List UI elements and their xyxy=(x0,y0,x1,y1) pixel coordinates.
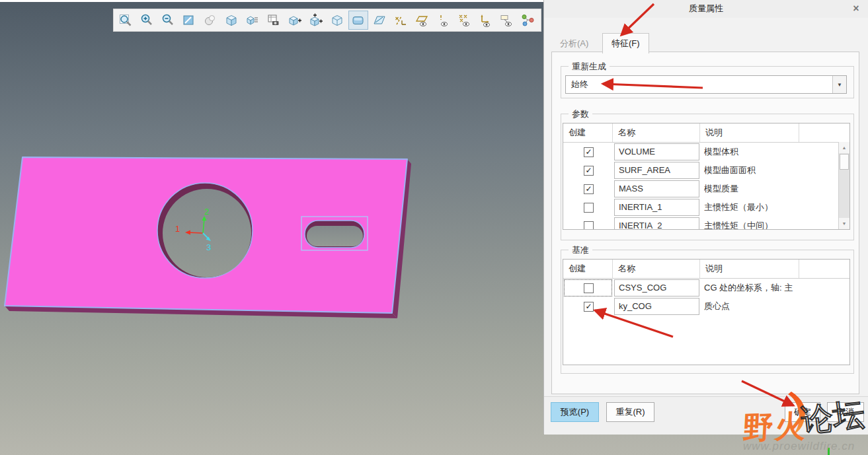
parameters-group-label: 参数 xyxy=(569,108,592,120)
axis-label-2: 2 xyxy=(204,207,209,217)
scrollbar-thumb[interactable] xyxy=(840,154,849,170)
table-row: ky_COG 质心点 xyxy=(563,297,849,316)
orient-add-icon[interactable] xyxy=(285,11,305,30)
checkbox-surf-area[interactable] xyxy=(584,166,594,176)
ok-button[interactable]: 确定 xyxy=(785,402,820,422)
slot-hole-interior xyxy=(307,226,363,246)
checkbox-inertia-1[interactable] xyxy=(584,203,594,213)
vertical-scrollbar[interactable]: ▲ ▼ xyxy=(838,142,849,229)
tab-analysis[interactable]: 分析(A) xyxy=(551,35,597,52)
dialog-button-bar: 预览(P) 重复(R) 确定 取消 xyxy=(544,396,868,435)
table-row: MASS 模型质量 xyxy=(563,180,849,198)
table-row: VOLUME 模型体积 xyxy=(563,143,849,161)
wireframe-icon[interactable] xyxy=(327,11,347,30)
datums-table: 创建 名称 说明 CSYS_COG CG 处的坐标系，轴: 主 xyxy=(563,259,850,365)
datums-group-label: 基准 xyxy=(569,244,592,256)
regenerate-group-label: 重新生成 xyxy=(569,61,610,73)
axis-display-icon[interactable] xyxy=(433,11,453,30)
zoom-in-icon[interactable] xyxy=(137,11,157,30)
checkbox-mass[interactable] xyxy=(584,184,594,194)
regenerate-combobox-value: 始终 xyxy=(566,76,832,93)
green-tick-mark xyxy=(828,448,830,455)
datums-table-body: CSYS_COG CG 处的坐标系，轴: 主 ky_COG 质心点 xyxy=(563,279,849,316)
param-desc-cell: 模型质量 xyxy=(704,180,836,198)
plane-display-icon[interactable] xyxy=(412,11,432,30)
parameters-table-header: 创建 名称 说明 xyxy=(563,123,849,143)
column-header-name: 名称 xyxy=(613,260,700,278)
parameters-group: 参数 创建 名称 说明 VOLUME 模型体积 xyxy=(561,114,854,240)
column-header-desc: 说明 xyxy=(700,123,799,142)
param-desc-cell: 主惯性矩（最小） xyxy=(704,198,836,217)
param-name-cell[interactable]: INERTIA_2 xyxy=(614,217,699,230)
datum-desc-cell: 质心点 xyxy=(704,297,848,316)
point-display-icon[interactable] xyxy=(454,11,474,30)
parameters-table: 创建 名称 说明 VOLUME 模型体积 SURF_AREA xyxy=(563,123,850,230)
feature-tab-panel: 重新生成 始终 ▼ 参数 创建 名称 说明 xyxy=(551,52,859,394)
annotation-display-icon[interactable] xyxy=(496,11,516,30)
saved-views-icon[interactable] xyxy=(264,11,284,30)
view-manager-icon[interactable] xyxy=(243,11,262,30)
table-row: INERTIA_1 主惯性矩（最小） xyxy=(563,198,849,217)
dialog-title: 质量属性 xyxy=(544,0,868,18)
table-row: SURF_AREA 模型曲面面积 xyxy=(563,161,849,180)
spin-center-icon[interactable] xyxy=(518,11,537,30)
mass-properties-dialog: 质量属性 × 分析(A) 特征(F) 重新生成 始终 ▼ 参数 创建 名称 xyxy=(543,0,868,434)
regenerate-group: 重新生成 始终 ▼ xyxy=(561,66,854,98)
param-name-cell[interactable]: INERTIA_1 xyxy=(614,199,699,216)
close-icon[interactable]: × xyxy=(849,2,863,15)
param-desc-cell: 模型体积 xyxy=(704,143,836,161)
zoom-out-icon[interactable] xyxy=(158,11,178,30)
orient-more-icon[interactable] xyxy=(306,11,326,30)
axis-label-3: 3 xyxy=(206,242,211,252)
checkbox-ky-cog[interactable] xyxy=(584,302,594,312)
table-row: INERTIA_2 主惯性矩（中间） xyxy=(563,217,849,230)
zoom-window-icon[interactable] xyxy=(116,11,136,30)
param-name-cell[interactable]: VOLUME xyxy=(614,143,699,160)
column-header-create: 创建 xyxy=(563,123,613,142)
checkbox-inertia-2[interactable] xyxy=(584,221,594,230)
repaint-icon[interactable] xyxy=(179,11,199,30)
preview-button[interactable]: 预览(P) xyxy=(551,402,599,422)
app-window: 1 2 3 质量属性 × 分析(A) 特征(F) xyxy=(0,0,868,455)
datums-group: 基准 创建 名称 说明 CSYS_COG CG 处的坐标系，轴: 主 xyxy=(561,250,854,374)
datum-axes-icon[interactable] xyxy=(391,11,411,30)
view-toolbar xyxy=(113,9,541,32)
column-header-name: 名称 xyxy=(613,123,700,142)
cancel-button[interactable]: 取消 xyxy=(827,402,864,422)
column-header-desc: 说明 xyxy=(700,260,799,278)
datum-name-cell[interactable]: CSYS_COG xyxy=(614,279,699,297)
param-desc-cell: 主惯性矩（中间） xyxy=(704,217,836,230)
scroll-up-icon[interactable]: ▲ xyxy=(839,142,849,153)
shading-icon[interactable] xyxy=(200,11,220,30)
shaded-icon[interactable] xyxy=(348,11,368,30)
scroll-down-icon[interactable]: ▼ xyxy=(839,218,849,229)
chevron-down-icon[interactable]: ▼ xyxy=(832,76,846,93)
column-header-extra xyxy=(799,123,849,142)
axis-label-1: 1 xyxy=(175,224,180,234)
param-name-cell[interactable]: MASS xyxy=(614,180,699,197)
datum-desc-cell: CG 处的坐标系，轴: 主 xyxy=(704,279,848,297)
checkbox-volume[interactable] xyxy=(584,147,594,157)
datum-planes-icon[interactable] xyxy=(370,11,389,30)
param-desc-cell: 模型曲面面积 xyxy=(704,161,836,180)
param-name-cell[interactable]: SURF_AREA xyxy=(614,162,699,179)
checkbox-csys-cog[interactable] xyxy=(584,283,594,293)
table-row: CSYS_COG CG 处的坐标系，轴: 主 xyxy=(563,279,849,297)
datum-name-cell[interactable]: ky_COG xyxy=(614,298,699,315)
datums-table-header: 创建 名称 说明 xyxy=(563,260,849,279)
column-header-extra xyxy=(799,260,849,278)
model-canvas: 1 2 3 xyxy=(0,0,543,455)
regenerate-combobox[interactable]: 始终 ▼ xyxy=(565,75,847,94)
display-style-icon[interactable] xyxy=(221,11,241,30)
repeat-button[interactable]: 重复(R) xyxy=(606,402,654,422)
window-top-strip xyxy=(0,0,543,2)
parameters-table-body: VOLUME 模型体积 SURF_AREA 模型曲面面积 MASS 模型质量 xyxy=(563,143,849,230)
column-header-create: 创建 xyxy=(563,260,613,278)
tab-feature[interactable]: 特征(F) xyxy=(602,33,649,53)
csys-display-icon[interactable] xyxy=(475,11,495,30)
